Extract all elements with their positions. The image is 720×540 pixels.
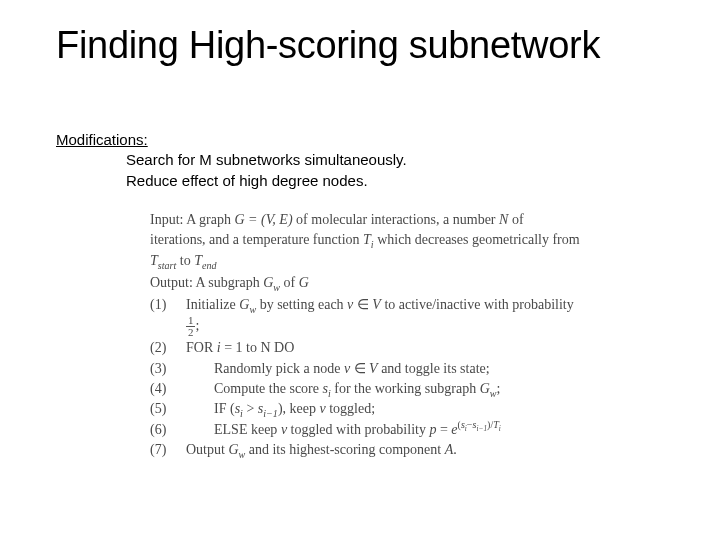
text: A subgraph	[193, 275, 263, 290]
algorithm-step-1: (1) Initialize Gw by setting each v ∈ V …	[150, 295, 580, 338]
algorithm-block: Input: A graph G = (V, E) of molecular i…	[150, 210, 580, 460]
modification-line-1: Search for M subnetworks simultaneously.	[126, 150, 407, 170]
step-number: (3)	[150, 359, 186, 379]
text: of molecular interactions, a number	[293, 212, 499, 227]
output-label: Output:	[150, 275, 193, 290]
text: to	[176, 253, 194, 268]
step-number: (2)	[150, 338, 186, 358]
text: A graph	[186, 212, 234, 227]
exponent: (si−si−1)/Ti	[458, 419, 501, 430]
step-number: (5)	[150, 399, 186, 419]
algorithm-step-6: (6) ELSE keep v toggled with probability…	[150, 420, 580, 440]
math-G: G	[299, 275, 309, 290]
algorithm-step-3: (3) Randomly pick a node v ∈ V and toggl…	[150, 359, 580, 379]
slide-title: Finding High-scoring subnetwork	[56, 24, 600, 67]
step-text: Compute the score si for the working sub…	[186, 379, 580, 399]
math-N: N	[499, 212, 508, 227]
math-Gw: Gw	[263, 275, 280, 290]
algorithm-step-7: (7) Output Gw and its highest-scoring co…	[150, 440, 580, 460]
math-Ti: Ti	[363, 232, 374, 247]
algorithm-step-2: (2) FOR i = 1 to N DO	[150, 338, 580, 358]
algorithm-output: Output: A subgraph Gw of G	[150, 273, 580, 293]
math-Tend: Tend	[194, 253, 216, 268]
math-Tstart: Tstart	[150, 253, 176, 268]
step-number: (7)	[150, 440, 186, 460]
step-text: Output Gw and its highest-scoring compon…	[186, 440, 580, 460]
text: which decreases geometrically from	[374, 232, 580, 247]
modifications-block: Modifications: Search for M subnetworks …	[56, 130, 407, 191]
step-text: ELSE keep v toggled with probability p =…	[186, 420, 580, 440]
math-graph: G = (V, E)	[234, 212, 292, 227]
step-number: (4)	[150, 379, 186, 399]
input-label: Input:	[150, 212, 183, 227]
step-number: (1)	[150, 295, 186, 338]
step-text: Randomly pick a node v ∈ V and toggle it…	[186, 359, 580, 379]
text: of	[280, 275, 299, 290]
modifications-heading: Modifications:	[56, 130, 407, 150]
algorithm-step-5: (5) IF (si > si−1), keep v toggled;	[150, 399, 580, 419]
step-number: (6)	[150, 420, 186, 440]
modification-line-2: Reduce effect of high degree nodes.	[126, 171, 407, 191]
algorithm-input: Input: A graph G = (V, E) of molecular i…	[150, 210, 580, 271]
step-text: FOR i = 1 to N DO	[186, 338, 580, 358]
step-text: IF (si > si−1), keep v toggled;	[186, 399, 580, 419]
algorithm-step-4: (4) Compute the score si for the working…	[150, 379, 580, 399]
step-text: Initialize Gw by setting each v ∈ V to a…	[186, 295, 580, 338]
